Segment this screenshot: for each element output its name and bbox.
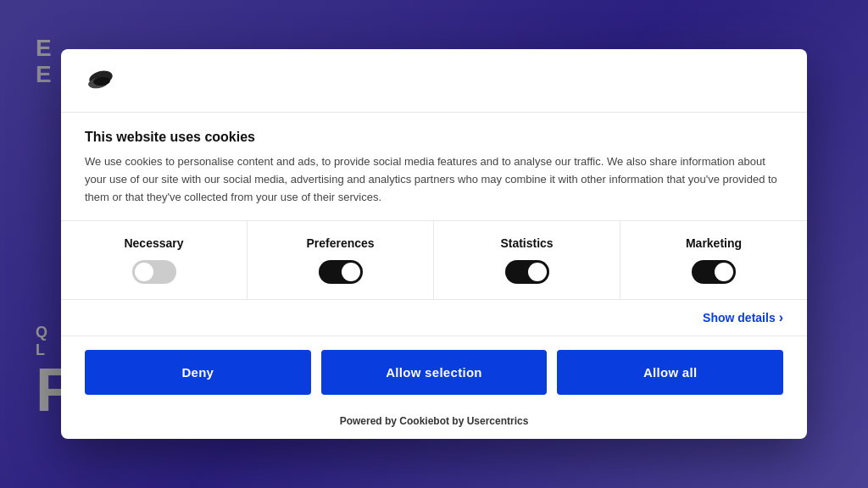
modal-body: This website uses cookies We use cookies… [61, 113, 807, 220]
toggle-preferences-label: Preferences [306, 236, 374, 250]
buttons-row: Deny Allow selection Allow all [61, 336, 807, 408]
show-details-label: Show details [703, 311, 776, 324]
show-details-row: Show details › [61, 300, 807, 336]
toggles-section: Necessary Preferences Statistics Marketi… [61, 221, 807, 300]
toggle-marketing: Marketing [620, 221, 807, 299]
toggle-necessary-knob [135, 263, 153, 281]
powered-by-footer: Powered by Cookiebot by Usercentrics [61, 408, 807, 439]
deny-button[interactable]: Deny [85, 350, 311, 395]
toggle-statistics-knob [528, 263, 547, 281]
show-details-button[interactable]: Show details › [703, 310, 783, 325]
toggle-necessary-label: Necessary [124, 236, 183, 250]
toggle-statistics-switch[interactable] [505, 260, 549, 284]
toggle-preferences-knob [342, 263, 360, 281]
brand-logo-icon [85, 66, 117, 98]
powered-by-brand: Cookiebot by Usercentrics [399, 415, 528, 427]
modal-description: We use cookies to personalise content an… [85, 153, 783, 206]
toggle-necessary: Necessary [61, 221, 248, 299]
modal-header [61, 49, 807, 113]
modal-title: This website uses cookies [85, 130, 783, 145]
toggle-statistics: Statistics [434, 221, 620, 299]
allow-all-button[interactable]: Allow all [557, 350, 783, 395]
toggle-preferences-switch[interactable] [319, 260, 363, 284]
modal-overlay: This website uses cookies We use cookies… [0, 0, 868, 488]
toggle-marketing-knob [715, 263, 733, 281]
toggle-preferences: Preferences [248, 221, 434, 299]
chevron-right-icon: › [779, 310, 783, 325]
cookie-modal: This website uses cookies We use cookies… [61, 49, 807, 438]
toggle-marketing-switch[interactable] [692, 260, 736, 284]
toggle-marketing-label: Marketing [686, 236, 742, 250]
allow-selection-button[interactable]: Allow selection [321, 350, 548, 395]
toggle-necessary-switch[interactable] [132, 260, 176, 284]
toggle-statistics-label: Statistics [500, 236, 553, 250]
powered-by-prefix: Powered by [340, 415, 400, 427]
